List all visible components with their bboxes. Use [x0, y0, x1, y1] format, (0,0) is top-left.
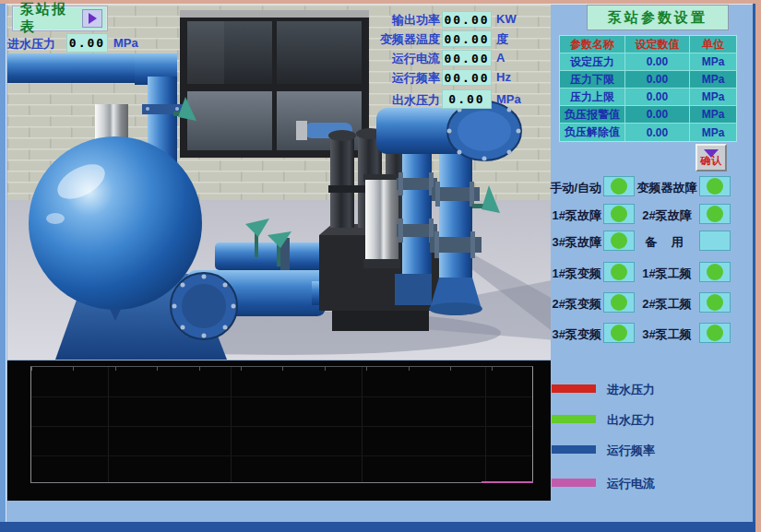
frame-left	[0, 4, 6, 532]
lamp-icon	[611, 206, 627, 222]
lamp-icon	[707, 206, 723, 222]
table-row: 负压报警值 0.00 MPa	[560, 106, 736, 124]
indicator-label-pump2-vfd: 2#泵变频	[546, 296, 601, 313]
indicator-label-manual-auto: 手动/自动	[546, 180, 601, 196]
legend-swatch-inlet-pressure	[552, 384, 596, 393]
indicator-lamp-pump2-fault[interactable]	[699, 204, 731, 224]
run-frequency-unit: Hz	[496, 70, 511, 84]
indicator-label-pump3-vfd: 3#泵变频	[546, 326, 601, 343]
table-row: 压力下限 0.00 MPa	[560, 71, 736, 89]
frame-bottom	[0, 522, 755, 532]
chrome-pump-body	[363, 174, 400, 268]
indicator-lamp-pump2-mains[interactable]	[699, 292, 731, 313]
param-value[interactable]: 0.00	[625, 89, 690, 105]
param-value[interactable]: 0.00	[625, 53, 690, 70]
indicator-lamp-pump3-fault[interactable]	[603, 231, 635, 251]
param-name: 负压报警值	[560, 106, 625, 123]
params-panel-title: 泵站参数设置	[587, 5, 729, 30]
indicator-lamp-pump1-mains[interactable]	[699, 262, 731, 282]
table-row: 设定压力 0.00 MPa	[560, 53, 736, 71]
indicator-label-pump2-fault: 2#泵故障	[636, 207, 697, 224]
frame-right	[755, 0, 761, 532]
indicator-label-pump2-mains: 2#泵工频	[636, 296, 697, 313]
indicator-label-spare: 备 用	[636, 234, 697, 251]
param-unit: MPa	[690, 106, 736, 123]
param-value[interactable]: 0.00	[625, 124, 690, 141]
chart-axis-ticks	[31, 367, 532, 371]
param-value[interactable]: 0.00	[625, 71, 690, 88]
outlet-pressure-label: 出水压力	[364, 92, 440, 109]
indicator-lamp-pump3-vfd[interactable]	[603, 323, 635, 343]
indicator-label-pump1-mains: 1#泵工频	[636, 266, 697, 282]
header-unit: 单位	[690, 36, 736, 53]
param-unit: MPa	[690, 124, 736, 141]
lamp-icon	[611, 264, 627, 280]
header-set-value: 设定数值	[625, 36, 690, 53]
indicator-lamp-spare[interactable]	[699, 231, 731, 251]
output-power-label: 输出功率	[364, 12, 440, 29]
param-name: 压力上限	[560, 89, 625, 105]
indicator-label-pump3-mains: 3#泵工频	[636, 326, 697, 343]
lamp-icon	[611, 178, 627, 195]
play-arrow-icon	[89, 13, 97, 24]
legend-label-run-frequency: 运行频率	[607, 443, 655, 459]
confirm-button-label: 确认	[700, 156, 722, 166]
lamp-icon	[707, 178, 723, 195]
inverter-temp-unit: 度	[496, 31, 508, 48]
lamp-icon	[707, 325, 723, 341]
table-row: 压力上限 0.00 MPa	[560, 89, 736, 106]
indicator-lamp-pump1-fault[interactable]	[603, 204, 635, 224]
legend-label-run-current: 运行电流	[607, 476, 655, 492]
param-unit: MPa	[690, 89, 736, 105]
inverter-temp-label: 变频器温度	[364, 31, 440, 48]
param-unit: MPa	[690, 53, 736, 70]
run-current-label: 运行电流	[364, 51, 440, 67]
inverter-temp-value: 00.00	[442, 30, 492, 47]
report-arrow-box[interactable]	[82, 9, 102, 28]
report-button[interactable]: 泵站报表	[13, 6, 107, 30]
hmi-pump-station-screen: 泵站报表 进水压力 0.00 MPa 输出功率 00.00 KW 变频器温度 0…	[0, 0, 761, 532]
chart-plot-frame	[30, 366, 533, 483]
indicator-lamp-manual-auto[interactable]	[603, 176, 635, 196]
legend-swatch-run-frequency	[552, 445, 596, 454]
confirm-button[interactable]: 确认	[696, 144, 727, 171]
table-row: 负压解除值 0.00 MPa	[560, 124, 736, 141]
param-name: 负压解除值	[560, 124, 625, 141]
output-power-value: 00.00	[442, 11, 492, 28]
lamp-icon	[611, 294, 627, 311]
indicator-lamp-pump2-vfd[interactable]	[603, 292, 635, 313]
legend-label-inlet-pressure: 进水压力	[607, 382, 655, 398]
params-table: 参数名称 设定数值 单位 设定压力 0.00 MPa 压力下限 0.00 MPa…	[559, 35, 737, 142]
lamp-icon	[611, 232, 627, 249]
params-table-header: 参数名称 设定数值 单位	[560, 36, 736, 53]
lamp-icon	[611, 325, 627, 341]
param-name: 压力下限	[560, 71, 625, 88]
outlet-pressure-unit: MPa	[496, 92, 521, 106]
report-button-label: 泵站报表	[20, 1, 82, 36]
param-name: 设定压力	[560, 53, 625, 70]
run-frequency-label: 运行频率	[364, 70, 440, 87]
run-frequency-value: 00.00	[442, 69, 492, 86]
indicator-lamp-pump1-vfd[interactable]	[603, 262, 635, 282]
legend-swatch-run-current	[552, 479, 596, 487]
inlet-pressure-value: 0.00	[66, 33, 108, 53]
outlet-pressure-value: 0.00	[442, 89, 492, 109]
param-unit: MPa	[690, 71, 736, 88]
indicator-lamp-pump3-mains[interactable]	[699, 323, 731, 343]
indicator-label-vfd-fault: 变频器故障	[636, 180, 697, 196]
run-current-unit: A	[496, 51, 505, 65]
param-value[interactable]: 0.00	[625, 106, 690, 123]
lamp-icon	[707, 294, 723, 311]
inlet-pressure-unit: MPa	[113, 36, 138, 50]
indicator-label-pump1-fault: 1#泵故障	[546, 207, 601, 224]
indicator-label-pump1-vfd: 1#泵变频	[546, 266, 601, 282]
run-current-value: 00.00	[442, 50, 492, 66]
legend-swatch-outlet-pressure	[552, 415, 596, 423]
output-power-unit: KW	[496, 12, 517, 26]
inlet-pressure-label: 进水压力	[7, 36, 55, 53]
header-param-name: 参数名称	[560, 36, 625, 53]
run-current-trace	[482, 481, 533, 483]
indicator-label-pump3-fault: 3#泵故障	[546, 234, 601, 251]
indicator-lamp-vfd-fault[interactable]	[699, 176, 731, 196]
legend-label-outlet-pressure: 出水压力	[607, 412, 655, 429]
